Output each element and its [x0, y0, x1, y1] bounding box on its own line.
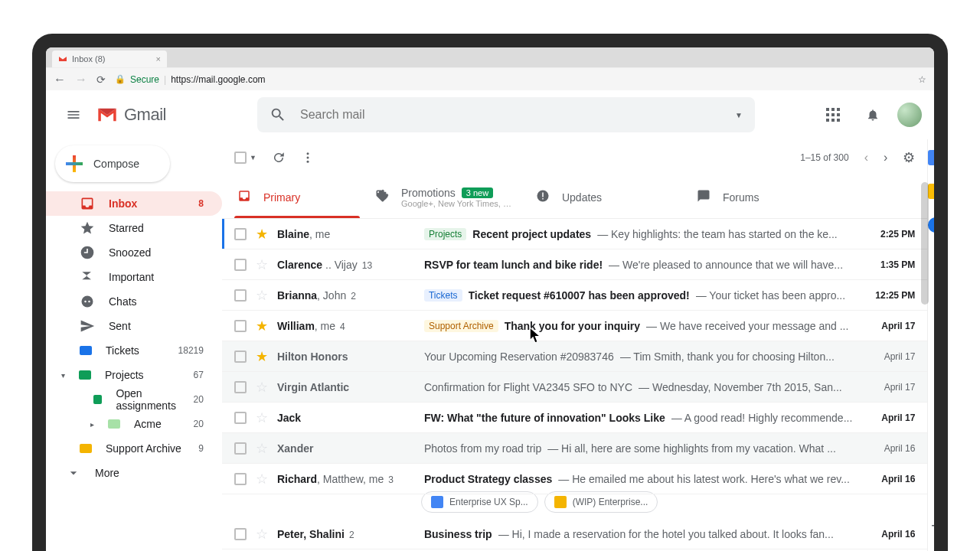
- message-row[interactable]: ☆JackFW: What "the future of innovation"…: [222, 403, 927, 433]
- reload-button[interactable]: ⟳: [96, 73, 106, 86]
- settings-button[interactable]: ⚙: [903, 149, 915, 166]
- sidebar-item-starred[interactable]: Starred: [46, 216, 222, 240]
- svg-point-1: [84, 301, 87, 303]
- bookmark-star-icon[interactable]: ☆: [918, 74, 926, 85]
- star-icon[interactable]: ☆: [256, 526, 268, 543]
- star-icon[interactable]: ★: [256, 348, 268, 365]
- sidebar-item-snoozed[interactable]: Snoozed: [46, 240, 222, 265]
- select-all[interactable]: ▼: [234, 152, 256, 164]
- message-row[interactable]: ☆XanderPhotos from my road trip — Hi all…: [222, 433, 927, 464]
- sidebar-item-label: Sent: [109, 320, 131, 332]
- sidebar-item-label: Tickets: [106, 344, 139, 357]
- chat-icon: [80, 294, 95, 309]
- tab-forums[interactable]: Forums: [688, 176, 848, 218]
- sidebar-item-sent[interactable]: Sent: [46, 314, 222, 338]
- message-checkbox[interactable]: [234, 259, 247, 271]
- product-logo[interactable]: Gmail: [96, 105, 250, 125]
- message-snippet: — Wednesday, November 7th 2015, San...: [639, 381, 852, 393]
- main-menu-button[interactable]: [58, 99, 89, 130]
- more-actions-button[interactable]: [301, 151, 315, 165]
- star-icon[interactable]: ★: [256, 318, 268, 334]
- tasks-addon-icon[interactable]: [928, 217, 934, 233]
- message-time: 1:35 PM: [861, 259, 915, 270]
- message-row[interactable]: ★William, me4Support ArchiveThank you fo…: [222, 311, 927, 341]
- message-checkbox[interactable]: [234, 473, 247, 485]
- svg-point-2: [88, 301, 90, 303]
- sidebar-item-label: Important: [109, 271, 154, 283]
- account-avatar[interactable]: [897, 103, 922, 127]
- notifications-button[interactable]: [858, 99, 888, 130]
- message-row[interactable]: ☆Clarence .. Vijay13RSVP for team lunch …: [222, 249, 927, 280]
- tab-promotions[interactable]: Promotions3 newGoogle+, New York Times, …: [366, 176, 527, 218]
- next-page-button[interactable]: ›: [884, 151, 887, 165]
- sidebar-item-chats[interactable]: Chats: [46, 289, 222, 314]
- refresh-button[interactable]: [272, 151, 286, 165]
- attachment-chip[interactable]: Enterprise UX Sp...: [421, 491, 538, 513]
- select-all-caret-icon[interactable]: ▼: [250, 154, 256, 161]
- star-icon[interactable]: ★: [256, 226, 268, 243]
- message-checkbox[interactable]: [234, 289, 247, 302]
- message-checkbox[interactable]: [234, 350, 247, 363]
- sidebar-item-important[interactable]: Important: [46, 265, 222, 289]
- expand-caret-icon[interactable]: ▸: [90, 420, 94, 429]
- star-icon[interactable]: ☆: [256, 256, 268, 273]
- forward-button[interactable]: →: [75, 73, 87, 86]
- expand-caret-icon[interactable]: ▾: [61, 371, 65, 380]
- message-row[interactable]: ☆Peter, Shalini2Business trip — Hi, I ma…: [222, 519, 927, 549]
- message-checkbox[interactable]: [234, 228, 247, 240]
- scrollbar-thumb[interactable]: [921, 182, 929, 305]
- star-icon[interactable]: ☆: [256, 440, 268, 457]
- sidebar-item-more[interactable]: More: [46, 461, 222, 485]
- select-all-checkbox[interactable]: [234, 152, 247, 164]
- message-row[interactable]: ☆Richard, Matthew, me3Product Strategy c…: [222, 464, 927, 494]
- message-row[interactable]: ★Hilton HonorsYour Upcoming Reservation …: [222, 341, 927, 372]
- message-checkbox[interactable]: [234, 442, 247, 455]
- google-apps-button[interactable]: [818, 99, 848, 130]
- calendar-addon-icon[interactable]: [928, 150, 934, 165]
- search-options-caret-icon[interactable]: ▼: [735, 111, 743, 119]
- message-checkbox[interactable]: [234, 320, 247, 332]
- message-time: April 16: [861, 443, 915, 454]
- message-time: April 17: [861, 321, 915, 331]
- message-checkbox[interactable]: [234, 381, 247, 393]
- star-icon[interactable]: ☆: [256, 379, 268, 396]
- message-row[interactable]: ☆Virgin AtlanticConfirmation for Flight …: [222, 372, 927, 403]
- tab-label: Primary: [263, 191, 300, 204]
- add-addon-button[interactable]: +: [931, 516, 934, 536]
- message-from: Clarence .. Vijay13: [277, 259, 415, 271]
- message-checkbox[interactable]: [234, 528, 247, 540]
- url-field[interactable]: 🔒 Secure | https://mail.google.com: [115, 74, 909, 85]
- message-body: Product Strategy classes — He emailed me…: [424, 473, 852, 485]
- sidebar-item-support-archive[interactable]: Support Archive9: [46, 436, 222, 461]
- search-input[interactable]: [300, 108, 721, 122]
- svg-point-0: [82, 296, 93, 308]
- star-icon[interactable]: ☆: [256, 287, 268, 304]
- star-icon[interactable]: ☆: [256, 471, 268, 487]
- sidebar-item-inbox[interactable]: Inbox8: [46, 191, 222, 216]
- close-tab-icon[interactable]: ×: [156, 54, 161, 64]
- compose-button[interactable]: Compose: [55, 145, 170, 182]
- message-body: Confirmation for Flight VA2345 SFO to NY…: [424, 381, 852, 393]
- sidebar-item-tickets[interactable]: Tickets18219: [46, 338, 222, 363]
- tab-primary[interactable]: Primary: [228, 176, 366, 218]
- search-bar[interactable]: ▼: [257, 97, 755, 132]
- message-checkbox[interactable]: [234, 412, 247, 424]
- message-body: Support ArchiveThank you for your inquir…: [424, 320, 852, 332]
- sidebar-item-open-assignments[interactable]: Open assignments20: [46, 387, 222, 412]
- browser-tab-title: Inbox (8): [72, 54, 105, 64]
- sidebar-item-projects[interactable]: ▾Projects67: [46, 363, 222, 387]
- star-icon[interactable]: ☆: [256, 409, 268, 426]
- sidebar-item-acme[interactable]: ▸Acme20: [46, 412, 222, 436]
- prev-page-button[interactable]: ‹: [864, 151, 868, 165]
- message-subject: FW: What "the future of innovation" Look…: [424, 412, 665, 424]
- message-row[interactable]: ★Blaine, meProjectsRecent project update…: [222, 219, 927, 249]
- message-row[interactable]: ☆Brianna, John2TicketsTicket request #61…: [222, 280, 927, 311]
- message-snippet: — Tim Smith, thank you for choosing Hilt…: [620, 350, 853, 363]
- attachment-chip[interactable]: (WIP) Enterprise...: [544, 491, 658, 513]
- keep-addon-icon[interactable]: [928, 184, 934, 199]
- tab-updates[interactable]: Updates: [527, 176, 688, 218]
- back-button[interactable]: ←: [54, 73, 66, 86]
- browser-tab[interactable]: Inbox (8) ×: [52, 51, 167, 67]
- sidebar-item-label: Snoozed: [109, 246, 151, 259]
- promo-tab-icon: [375, 189, 389, 205]
